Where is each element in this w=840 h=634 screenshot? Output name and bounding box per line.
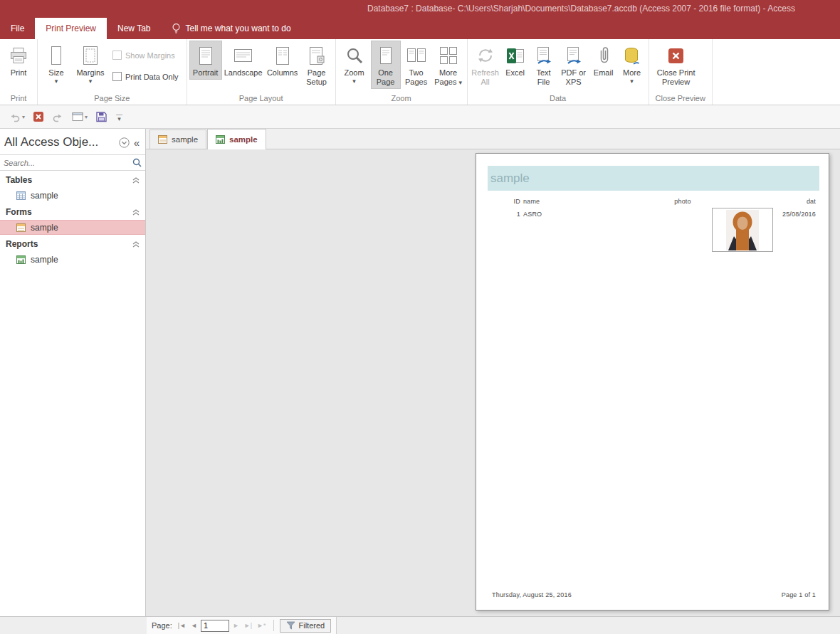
customize-qat-button[interactable]: — ▾ — [112, 112, 127, 122]
cell-date: 25/08/2016 — [766, 211, 816, 218]
refresh-all-button[interactable]: Refresh All — [470, 41, 501, 89]
new-record-button[interactable]: ►* — [256, 622, 267, 629]
search-icon — [132, 158, 142, 167]
cell-id: 1 — [502, 211, 520, 218]
more-label: More — [623, 68, 641, 78]
ribbon-group-page-layout: Portrait Landscape Columns Page Setup — [187, 39, 336, 105]
doc-tab-label: sample — [172, 135, 198, 144]
tab-print-preview[interactable]: Print Preview — [35, 18, 107, 39]
two-pages-label: Two Pages — [402, 68, 431, 87]
tell-me-box[interactable]: Tell me what you want to do — [162, 18, 301, 39]
print-button[interactable]: Print — [2, 41, 35, 80]
excel-button[interactable]: Excel — [501, 41, 530, 80]
nav-item-report-sample[interactable]: sample — [0, 252, 145, 267]
refresh-all-label: Refresh All — [471, 68, 500, 87]
chevron-down-icon: ▾ — [22, 114, 25, 120]
column-header-name: name — [523, 198, 540, 205]
doc-tab-report-sample[interactable]: sample — [207, 129, 266, 149]
report-page[interactable]: sample ID name photo dat 1 ASRO 25/08/20… — [476, 153, 829, 611]
group-label-zoom: Zoom — [337, 93, 466, 105]
print-preview-area: sample ID name photo dat 1 ASRO 25/08/20… — [146, 149, 840, 616]
close-print-preview-button[interactable]: Close Print Preview — [651, 41, 701, 89]
previous-page-button[interactable]: ◄ — [189, 622, 199, 629]
zoom-button[interactable]: Zoom ▾ — [338, 41, 371, 87]
page-setup-label: Page Setup — [302, 68, 332, 87]
search-input[interactable] — [4, 159, 130, 167]
show-margins-label: Show Margins — [125, 51, 175, 60]
page-setup-button[interactable]: Page Setup — [300, 41, 333, 89]
doc-tab-form-sample[interactable]: sample — [149, 130, 206, 149]
ribbon-tab-row: File Print Preview New Tab Tell me what … — [0, 18, 840, 39]
chevron-up-icon — [132, 177, 140, 184]
excel-icon — [506, 44, 525, 67]
nav-item-form-sample[interactable]: sample — [0, 220, 145, 235]
landscape-label: Landscape — [224, 68, 263, 78]
print-data-only-checkbox[interactable]: Print Data Only — [112, 72, 179, 81]
report-footer-page: Page 1 of 1 — [759, 591, 816, 598]
next-page-button[interactable]: ► — [231, 622, 241, 629]
text-file-button[interactable]: Text File — [530, 41, 558, 89]
column-header-id: ID — [502, 198, 520, 205]
collapse-pane-button[interactable]: « — [134, 137, 140, 148]
report-icon — [16, 255, 26, 264]
chevron-down-icon: ▾ — [458, 79, 462, 86]
size-button[interactable]: Size ▾ — [40, 41, 73, 87]
two-pages-button[interactable]: Two Pages — [401, 41, 432, 89]
paperclip-icon — [597, 44, 611, 67]
save-button[interactable] — [93, 108, 110, 125]
column-header-date: dat — [787, 198, 816, 205]
nav-item-label: sample — [31, 255, 58, 265]
more-pages-button[interactable]: More Pages ▾ — [432, 41, 465, 89]
navigation-pane: All Access Obje... « Tables sample Forms… — [0, 129, 146, 616]
columns-button[interactable]: Columns — [265, 41, 300, 80]
email-button[interactable]: Email — [589, 41, 618, 80]
filtered-button[interactable]: Filtered — [280, 619, 332, 633]
nav-menu-dropdown[interactable] — [119, 137, 130, 148]
section-label: Tables — [6, 175, 132, 185]
database-icon — [624, 44, 641, 67]
more-pages-icon — [439, 44, 458, 67]
nav-section-reports[interactable]: Reports — [0, 235, 145, 252]
landscape-icon — [233, 44, 253, 67]
landscape-button[interactable]: Landscape — [222, 41, 265, 80]
last-page-button[interactable]: ►| — [243, 622, 253, 629]
nav-item-table-sample[interactable]: sample — [0, 188, 145, 203]
status-bar: Page: |◄ ◄ ► ►| ►* Filtered — [0, 616, 840, 634]
nav-item-label: sample — [31, 223, 58, 233]
view-button[interactable]: ▾ — [69, 108, 90, 125]
one-page-button[interactable]: One Page — [371, 41, 401, 89]
show-margins-checkbox[interactable]: Show Margins — [112, 51, 179, 60]
columns-icon — [275, 44, 290, 67]
quick-access-toolbar: ▾ ▾ — ▾ — [0, 105, 840, 129]
close-icon — [33, 111, 44, 122]
first-page-button[interactable]: |◄ — [177, 622, 187, 629]
pdf-xps-button[interactable]: PDF or XPS — [558, 41, 589, 89]
page-label: Page: — [152, 621, 172, 630]
ribbon-group-zoom: Zoom ▾ One Page Two Pages More Pages ▾ — [336, 39, 468, 105]
print-data-only-label: Print Data Only — [125, 73, 179, 81]
tab-file[interactable]: File — [0, 18, 35, 39]
tell-me-label: Tell me what you want to do — [186, 23, 291, 33]
undo-button[interactable]: ▾ — [6, 108, 28, 125]
refresh-icon — [477, 44, 494, 67]
close-object-button[interactable] — [30, 108, 47, 125]
ribbon-group-data: Refresh All Excel Text File PDF or XPS — [468, 39, 649, 105]
nav-pane-title: All Access Obje... — [4, 135, 115, 149]
redo-button[interactable] — [49, 108, 67, 125]
nav-section-forms[interactable]: Forms — [0, 203, 145, 220]
group-label-print: Print — [1, 93, 36, 105]
nav-search-box — [0, 154, 145, 171]
one-page-icon — [379, 44, 392, 67]
more-button[interactable]: More ▾ — [618, 41, 646, 87]
page-number-input[interactable] — [201, 620, 229, 632]
filter-funnel-icon — [286, 621, 295, 630]
nav-section-tables[interactable]: Tables — [0, 171, 145, 188]
margins-button[interactable]: Margins ▾ — [73, 41, 108, 87]
tab-new-tab[interactable]: New Tab — [107, 18, 161, 39]
printer-icon — [9, 44, 28, 67]
tab-print-preview-label: Print Preview — [46, 23, 96, 33]
document-tab-bar: sample sample — [146, 129, 840, 149]
title-bar: Database7 : Database- C:\Users\Sharjah\D… — [0, 0, 840, 18]
portrait-button[interactable]: Portrait — [189, 41, 222, 80]
checkbox-icon — [112, 51, 122, 60]
